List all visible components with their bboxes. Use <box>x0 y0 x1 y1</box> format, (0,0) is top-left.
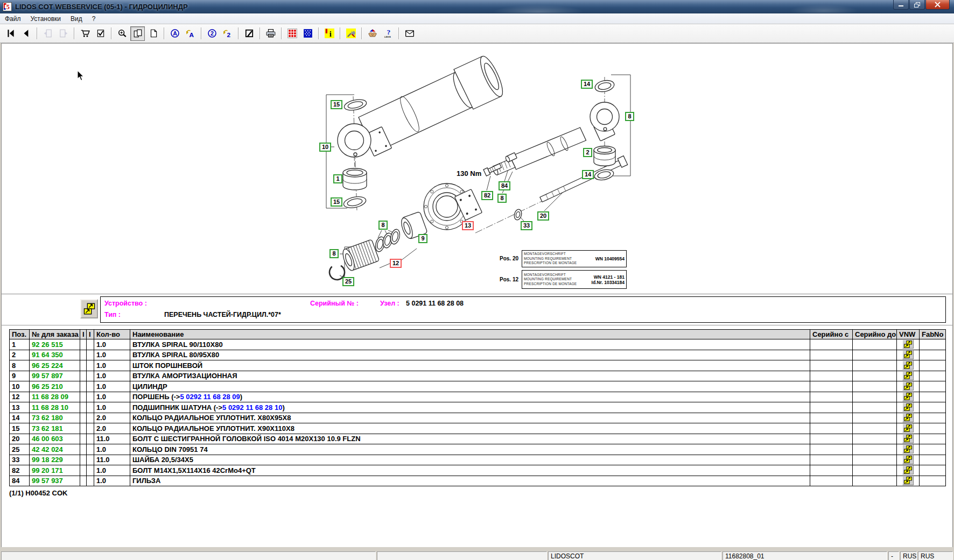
nav-first-button[interactable] <box>3 26 18 41</box>
callout-15: 15 <box>331 197 342 207</box>
window-title: LIDOS COT WEBSERVICE (05-1) - ГИДРОЦИЛИН… <box>15 3 188 11</box>
menu-item-1[interactable]: Файл <box>0 14 26 24</box>
cell-order-no: 99 57 937 <box>30 476 80 486</box>
cell-fabno <box>920 434 946 444</box>
print-button[interactable] <box>263 26 278 41</box>
note-line: MOUNTING REQUIREMENT <box>524 257 593 261</box>
text-zoom-reset-button[interactable]: A <box>183 26 198 41</box>
tools-button[interactable] <box>343 26 358 41</box>
grid-blue-button[interactable] <box>300 26 315 41</box>
cell-serial-to <box>853 371 897 381</box>
vnw-link-button[interactable] <box>902 392 914 401</box>
doc-back-icon <box>43 29 53 38</box>
cell-pos: 9 <box>10 371 30 381</box>
vnw-link-button[interactable] <box>902 360 914 370</box>
title-bar: 5 LIDOS COT WEBSERVICE (05-1) - ГИДРОЦИЛ… <box>0 0 954 13</box>
part-link[interactable]: 5 0292 11 68 28 09 <box>180 393 240 401</box>
callout-8: 8 <box>497 194 507 203</box>
close-button[interactable] <box>925 0 950 10</box>
cell-serial-from <box>810 371 853 381</box>
cell-order-no: 92 26 515 <box>30 339 80 350</box>
doc-back-button[interactable] <box>40 26 55 41</box>
part-link[interactable]: 5 0292 11 68 28 10 <box>222 403 282 412</box>
table-body: 192 26 5151.0ВТУЛКА SPIRAL 90/110X80291 … <box>10 339 946 486</box>
info-button[interactable]: i <box>322 26 336 41</box>
table-row: 192 26 5151.0ВТУЛКА SPIRAL 90/110X80 <box>10 339 946 350</box>
callout-82: 82 <box>481 191 493 200</box>
cell-qty: 1.0 <box>94 444 130 455</box>
cell-name: ШАЙБА 20,5/34X5 <box>130 455 810 465</box>
cell-order-no: 42 42 024 <box>30 444 80 455</box>
scale-2x-icon: 2 <box>207 29 217 38</box>
cell-qty: 1.0 <box>94 350 130 360</box>
menu-item-3[interactable]: Вид <box>66 14 87 24</box>
column-header-4: I <box>87 330 94 339</box>
menu-item-4[interactable]: ? <box>87 14 101 24</box>
vnw-link-button[interactable] <box>902 339 914 349</box>
cell-qty: 1.0 <box>94 465 130 476</box>
cell-serial-from <box>810 392 853 402</box>
cell-qty: 1.0 <box>94 339 130 350</box>
cell-serial-to <box>853 392 897 402</box>
grid-red-button[interactable] <box>285 26 299 41</box>
cell-qty: 1.0 <box>94 476 130 486</box>
vnw-link-button[interactable] <box>902 434 914 443</box>
notes-button[interactable] <box>242 26 256 41</box>
detail-link-button[interactable] <box>80 299 98 318</box>
scale-2x-button[interactable]: 2 <box>205 26 219 41</box>
vnw-link-button[interactable] <box>902 423 914 433</box>
doc-forward-button[interactable] <box>56 26 71 41</box>
note-line: MONTAGEVORSCHRIFT <box>524 252 593 257</box>
page-overview-button[interactable] <box>130 26 145 41</box>
nav-back-button[interactable] <box>19 26 33 41</box>
vnw-link-button[interactable] <box>902 371 914 380</box>
text-zoom-button[interactable]: A <box>167 26 182 41</box>
vnw-link-button[interactable] <box>902 444 914 453</box>
lidos-help-button[interactable]: ?LIDOS <box>381 26 395 41</box>
callout-14: 14 <box>582 170 594 179</box>
cell-qty: 11.0 <box>94 434 130 444</box>
scale-2x-reset-button[interactable]: 2 <box>220 26 235 41</box>
vnw-link-button[interactable] <box>902 476 914 485</box>
status-panel-5: - <box>888 551 899 560</box>
cell-order-no: 99 18 229 <box>30 455 80 465</box>
doc-check-button[interactable] <box>93 26 108 41</box>
cell-flag-1 <box>80 381 87 392</box>
column-header-5: Кол-во <box>94 330 130 339</box>
menu-item-2[interactable]: Установки <box>26 14 66 24</box>
vnw-link-button[interactable] <box>902 413 914 422</box>
mounting-note-1: MONTAGEVORSCHRIFTMOUNTING REQUIREMENTPRE… <box>522 250 627 267</box>
vnw-link-button[interactable] <box>902 402 914 412</box>
svg-text:A: A <box>189 31 194 38</box>
page-overview-icon <box>133 29 143 38</box>
page-single-button[interactable] <box>146 26 160 41</box>
zoom-button[interactable] <box>115 26 129 41</box>
cell-order-no: 73 62 180 <box>30 413 80 423</box>
cell-order-no: 11 68 28 10 <box>30 402 80 413</box>
cell-flag-1 <box>80 444 87 455</box>
vnw-link-button[interactable] <box>902 381 914 391</box>
toolbar-separator <box>37 27 37 39</box>
note-line: PRESCRIPTION DE MONTAGE <box>524 282 590 287</box>
table-row: 8299 20 1711.0БОЛТ M14X1,5X114X16 42CrMo… <box>10 465 946 476</box>
cell-flag-2 <box>87 339 94 350</box>
minimize-button[interactable] <box>893 0 909 10</box>
toolbar-separator <box>340 27 340 39</box>
svg-text:2: 2 <box>211 30 214 37</box>
cell-flag-1 <box>80 455 87 465</box>
callout-2: 2 <box>583 148 592 157</box>
handshake-button[interactable] <box>365 26 380 41</box>
cell-qty: 1.0 <box>94 402 130 413</box>
vnw-link-button[interactable] <box>902 455 914 464</box>
vnw-link-button[interactable] <box>902 350 914 359</box>
cell-flag-2 <box>87 413 94 423</box>
cell-vnw <box>897 371 920 381</box>
type-label: Тип : <box>104 311 121 318</box>
serial-label: Серийный № : <box>310 300 359 307</box>
cart-button[interactable] <box>78 26 92 41</box>
restore-button[interactable] <box>909 0 925 10</box>
vnw-link-button[interactable] <box>902 465 914 474</box>
mail-button[interactable] <box>402 26 417 41</box>
cell-serial-to <box>853 350 897 360</box>
cell-serial-from <box>810 465 853 476</box>
